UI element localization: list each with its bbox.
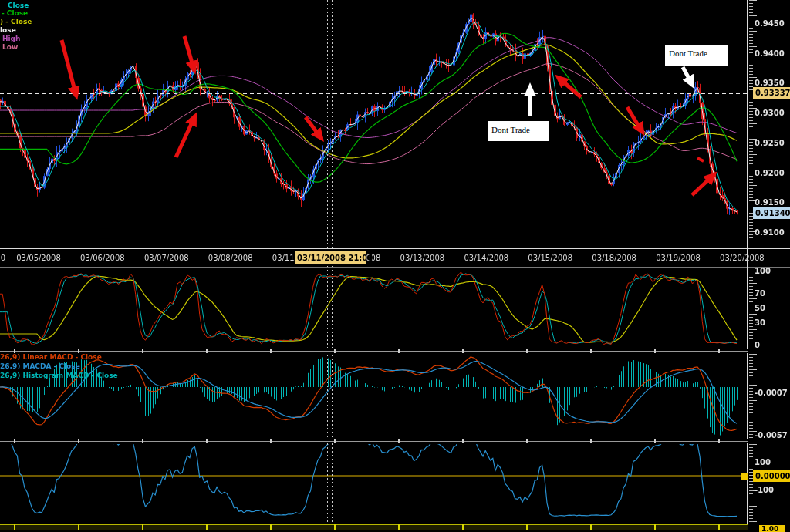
price-panel-bottom-border	[0, 248, 790, 249]
chart-canvas[interactable]	[0, 0, 790, 532]
macd-axis-label: -0.0007	[755, 389, 788, 397]
date-label: 03/06/2008	[76, 254, 130, 262]
price-axis-label: 0.9250	[755, 139, 785, 147]
date-label: 03/07/2008	[140, 254, 194, 262]
last-price-badge: 0.91340	[753, 207, 790, 219]
macd-axis-label: -0.0057	[755, 431, 788, 439]
macd-legend-line-0: 26,9) Linear MACD - Close	[0, 353, 102, 361]
price-axis-label: 0.9450	[755, 19, 785, 28]
stoch-axis-label: 70	[755, 289, 765, 298]
price-axis-label: 0.9350	[755, 79, 785, 87]
stoch-axis-label: 0	[755, 341, 760, 349]
panel-divider-1[interactable]	[0, 349, 748, 353]
macd-legend-line-1: 26,9) MACDA - Close	[0, 362, 80, 370]
price-legend-line-5: Low	[2, 43, 18, 51]
price-legend-line-4: High	[2, 35, 20, 42]
price-axis-label: 0.9100	[755, 228, 785, 237]
stoch-axis-label: 100	[755, 267, 771, 275]
axis-border	[747, 0, 748, 525]
date-label: 03/15/2008	[523, 254, 577, 262]
osc-axis-ruler	[749, 444, 758, 524]
bottom-scrollbar[interactable]	[0, 524, 748, 530]
osc-zero-badge: 0.00000	[753, 470, 790, 482]
date-label: 03/18/2008	[587, 254, 641, 262]
price-axis-label: 0.9150	[755, 198, 785, 207]
osc-zero-marker	[741, 473, 748, 480]
price-axis-label: 0.9400	[755, 49, 785, 58]
date-label: 03/13/2008	[395, 254, 449, 262]
date-label: 03/19/2008	[651, 254, 705, 262]
bottom-scale-badge: 1.00	[759, 525, 785, 532]
dont-trade-box-1: Dont Trade	[488, 121, 549, 141]
date-label: 03/08/2008	[204, 254, 258, 262]
osc-axis-label: -100	[755, 486, 774, 494]
osc-axis-label: 100	[755, 458, 771, 466]
date-label: 03/20/2008	[715, 254, 769, 262]
selected-date-badge: 03/11/2008 21:00	[295, 251, 366, 264]
panel-divider-2[interactable]	[0, 439, 748, 443]
date-label: 03/14/2008	[459, 254, 513, 262]
price-legend-line-1: - Close	[2, 9, 28, 17]
price-legend-line-0: Close	[8, 2, 29, 9]
date-row-bottom-border	[0, 267, 790, 268]
price-axis-label: 0.9300	[755, 109, 785, 117]
macd-legend-line-2: 26,9) Histogram MACD - Close	[0, 372, 118, 379]
current-price-badge: 0.93337	[753, 87, 790, 99]
stoch-axis-label: 30	[755, 318, 765, 327]
date-label-partial: 0	[0, 254, 8, 262]
price-legend-line-3: lose	[0, 26, 16, 34]
price-legend-line-2: ) - Close	[0, 18, 32, 25]
price-axis-label: 0.9200	[755, 169, 785, 177]
dont-trade-box-2: Dont Trade	[665, 45, 728, 66]
date-label: 03/05/2008	[12, 254, 66, 262]
stoch-axis-label: 50	[755, 304, 765, 312]
trading-chart-window: Close - Close ) - Close lose High Low 26…	[0, 0, 790, 532]
